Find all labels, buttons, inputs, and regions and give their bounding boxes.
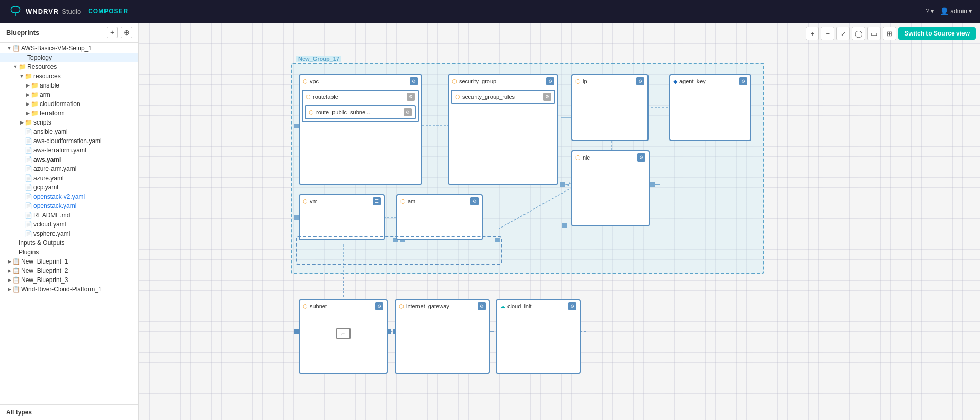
group-label: New_Group_17: [296, 56, 341, 62]
node-nic[interactable]: ⬡ nic ⚙: [571, 150, 650, 226]
ansible-label: ansible: [40, 82, 59, 89]
node-cloud-init[interactable]: ☁ cloud_init ⚙: [496, 299, 581, 374]
node-am[interactable]: ⬡ am ⚙: [396, 194, 483, 240]
node-subnet-header: ⬡ subnet ⚙: [300, 300, 387, 312]
ak-gear-button[interactable]: ⚙: [739, 77, 747, 85]
logo-text: WNDRVR: [26, 8, 59, 15]
sidebar-item-wind-river[interactable]: ▶ 📋 Wind-River-Cloud-Platform_1: [0, 285, 138, 294]
file-icon5: 📄: [25, 165, 32, 172]
node-ip[interactable]: ⬡ ip ⚙: [571, 74, 649, 141]
spacer9: [19, 203, 25, 209]
node-internet-gateway[interactable]: ⬡ internet_gateway ⚙: [395, 299, 490, 374]
table-button[interactable]: ⊞: [883, 27, 896, 40]
node-security-group[interactable]: ⬡ security_group ⚙ ⬡ security_group_rule…: [448, 74, 558, 185]
sidebar-item-inputs-outputs[interactable]: Inputs & Outputs: [0, 238, 138, 248]
node-vpc[interactable]: ⬡ vpc ⚙ ⬡ routetable ⚙ ⬡ route_p: [299, 74, 422, 185]
sidebar-item-aws-basics[interactable]: ▼ 📋 AWS-Basics-VM-Setup_1: [0, 44, 138, 53]
node-subnet[interactable]: ⬡ subnet ⚙ ⌐: [299, 299, 388, 374]
sidebar-item-aws-yaml[interactable]: 📄 aws.yaml: [0, 155, 138, 164]
canvas-background[interactable]: + − ⤢ ◯ ▭ ⊞ Switch to Source view: [139, 23, 980, 420]
sidebar-item-topology[interactable]: Topology: [0, 53, 138, 62]
add-blueprint-button[interactable]: +: [107, 27, 118, 38]
main-layout: Blueprints + ⊕ ▼ 📋 AWS-Basics-VM-Setup_1…: [0, 23, 980, 420]
sidebar-item-arm[interactable]: ▶ 📁 arm: [0, 90, 138, 99]
sgr-gear-button[interactable]: ⚙: [543, 93, 551, 101]
settings-button[interactable]: ⊕: [121, 27, 132, 38]
vm-gear-button[interactable]: ☰: [373, 197, 381, 205]
file-icon12: 📄: [25, 230, 32, 237]
sidebar-item-scripts[interactable]: ▶ 📁 scripts: [0, 118, 138, 127]
spacer4: [19, 156, 25, 163]
header: WNDRVR Studio COMPOSER ? ▾ 👤 admin ▾: [0, 0, 980, 23]
sidebar-item-plugins[interactable]: Plugins: [0, 248, 138, 257]
sidebar-item-resources[interactable]: ▼ 📁 Resources: [0, 62, 138, 72]
sidebar-item-openstack-v2[interactable]: 📄 openstack-v2.yaml: [0, 192, 138, 201]
topology-label: Topology: [27, 54, 52, 61]
tf-icon-route: ⬡: [309, 109, 314, 116]
ig-label: internet_gateway: [406, 303, 476, 309]
folder-icon2: 📁: [25, 73, 32, 80]
logo-area: WNDRVR Studio COMPOSER: [8, 4, 128, 19]
zoom-out-button[interactable]: −: [821, 27, 834, 40]
vm-label: vm: [310, 198, 371, 204]
sidebar-item-ansible[interactable]: ▶ 📁 ansible: [0, 81, 138, 90]
sidebar-item-new-bp-2[interactable]: ▶ 📋 New_Blueprint_2: [0, 266, 138, 275]
sidebar-item-gcp-yaml[interactable]: 📄 gcp.yaml: [0, 183, 138, 192]
sidebar-item-azure-yaml[interactable]: 📄 azure.yaml: [0, 173, 138, 183]
tf-icon-ip: ⬡: [575, 78, 581, 85]
aws-tf-yaml-label: aws-terraform.yaml: [33, 147, 86, 154]
routetable-gear-button[interactable]: ⚙: [407, 93, 415, 101]
ansible-yaml-label: ansible.yaml: [33, 128, 68, 135]
blueprint-icon: 📋: [12, 45, 20, 52]
aws-yaml-label: aws.yaml: [33, 156, 61, 163]
sidebar-item-resources2[interactable]: ▼ 📁 resources: [0, 72, 138, 81]
sidebar-item-openstack[interactable]: 📄 openstack.yaml: [0, 201, 138, 211]
cloudformation-label: cloudformation: [40, 100, 80, 108]
node-sgr-header: ⬡ security_group_rules ⚙: [452, 91, 554, 103]
node-vpc-header: ⬡ vpc ⚙: [300, 75, 421, 87]
chevron-right-icon7: ▶: [6, 258, 12, 265]
sidebar-item-vsphere[interactable]: 📄 vsphere.yaml: [0, 229, 138, 238]
spacer10: [19, 212, 25, 218]
sidebar-item-azure-arm[interactable]: 📄 azure-arm.yaml: [0, 164, 138, 173]
sidebar-item-aws-cf-yaml[interactable]: 📄 aws-cloudformation.yaml: [0, 136, 138, 146]
chevron-down-icon3: ▼: [19, 73, 25, 79]
route-gear-button[interactable]: ⚙: [404, 108, 412, 116]
admin-menu[interactable]: 👤 admin ▾: [940, 7, 972, 15]
tf-icon-sg: ⬡: [452, 78, 457, 85]
subnet-gear-button[interactable]: ⚙: [375, 302, 383, 310]
zoom-in-button[interactable]: +: [806, 27, 819, 40]
vpc-gear-button[interactable]: ⚙: [410, 77, 418, 85]
sidebar-footer: All types: [0, 404, 138, 420]
resources2-label: resources: [33, 73, 61, 80]
chevron-down-icon2: ▼: [12, 64, 19, 70]
sidebar-item-ansible-yaml[interactable]: 📄 ansible.yaml: [0, 127, 138, 136]
sidebar-item-cloudformation[interactable]: ▶ 📁 cloudformation: [0, 99, 138, 109]
nic-gear-button[interactable]: ⚙: [637, 153, 645, 162]
switch-source-button[interactable]: Switch to Source view: [898, 27, 976, 40]
diamond-icon-ak: ◆: [673, 78, 677, 85]
sg-gear-button[interactable]: ⚙: [546, 77, 554, 85]
fit-button[interactable]: ⤢: [836, 27, 850, 40]
sidebar-header: Blueprints + ⊕: [0, 23, 138, 43]
sidebar-item-new-bp-3[interactable]: ▶ 📋 New_Blueprint_3: [0, 275, 138, 285]
sidebar-item-aws-tf-yaml[interactable]: 📄 aws-terraform.yaml: [0, 146, 138, 155]
sidebar-item-terraform[interactable]: ▶ 📁 terraform: [0, 109, 138, 118]
new-bp-3-label: New_Blueprint_3: [21, 276, 68, 284]
node-vm-header: ⬡ vm ☰: [300, 195, 384, 207]
node-vm[interactable]: ⬡ vm ☰: [299, 194, 385, 240]
ig-gear-button[interactable]: ⚙: [478, 302, 486, 310]
spacer3: [19, 147, 25, 153]
file-icon7: 📄: [25, 184, 32, 191]
help-button[interactable]: ? ▾: [926, 8, 934, 15]
sidebar-item-new-bp-1[interactable]: ▶ 📋 New_Blueprint_1: [0, 257, 138, 266]
sidebar-item-readme[interactable]: 📄 README.md: [0, 211, 138, 220]
ellipse-button[interactable]: ◯: [852, 27, 865, 40]
rect-button[interactable]: ▭: [867, 27, 881, 40]
ci-gear-button[interactable]: ⚙: [568, 302, 576, 310]
node-agent-key[interactable]: ◆ agent_key ⚙: [669, 74, 751, 141]
sidebar-item-vcloud[interactable]: 📄 vcloud.yaml: [0, 220, 138, 229]
ip-label: ip: [583, 78, 634, 84]
am-gear-button[interactable]: ⚙: [470, 197, 479, 205]
ip-gear-button[interactable]: ⚙: [636, 77, 644, 85]
